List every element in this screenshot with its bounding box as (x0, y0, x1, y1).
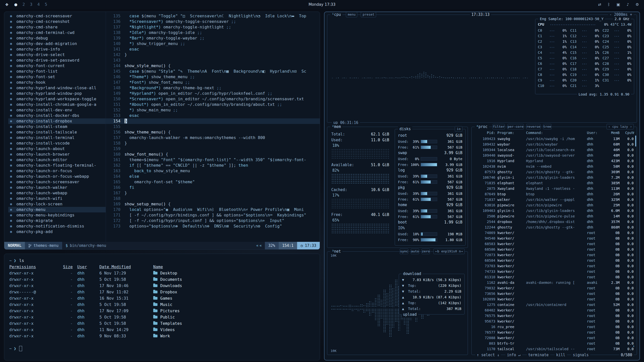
file-item[interactable]: ✱omarchy-font-current (8, 63, 106, 69)
file-item[interactable]: ✱omarchy-cmd-terminal-cwd (8, 30, 106, 35)
proc-row[interactable]: 73656kworker/root0B0.0 (475, 291, 634, 296)
code-line[interactable]: 157 omarchy-launch-walker -m menus:omarc… (106, 135, 320, 141)
proc-row[interactable]: 73703kworker/root0B0.0 (475, 263, 634, 269)
proc-row[interactable]: 2544dropbox/home/dhh/.dropbox-distdhh357… (475, 219, 634, 224)
settings-icon[interactable]: ⚙ (636, 2, 639, 7)
file-item[interactable]: ✱omarchy-launch-browser (8, 152, 106, 157)
code-line[interactable]: 147 *Font*) show_font_menu ;; (106, 80, 320, 85)
proc-row[interactable]: 106746glycin-i/usr/lib/glycin-loadersdhh… (475, 175, 634, 180)
proc-row[interactable]: 72073kworker/root0B0.0 (475, 252, 634, 258)
omarchy-logo-icon[interactable]: ❖ (5, 2, 9, 7)
code-line[interactable]: 142} (106, 52, 320, 58)
file-item[interactable]: ✱omarchy-cmd-screenshot (8, 19, 106, 24)
proc-row[interactable]: 81310kworker/root0B0.0 (475, 274, 634, 280)
proc-row[interactable]: 109423swaybg/usr/bin/swaybg -i /homdhh13… (475, 136, 634, 142)
code-line[interactable]: 154} (106, 118, 320, 124)
file-item[interactable]: ✱omarchy-launch-or-focus (8, 168, 106, 174)
file-item[interactable]: ✱omarchy-cmd-share (8, 24, 106, 30)
code-line[interactable]: 137 *Nightlight*) omarchy-toggle-nightli… (106, 24, 320, 30)
file-item[interactable]: ✱omarchy-drive-info (8, 47, 106, 52)
proc-row[interactable]: 102099kworker/root0B0.0 (475, 296, 634, 302)
legend-item-4[interactable]: kill (555, 352, 567, 357)
file-item[interactable]: ✱omarchy-drive-select (8, 52, 106, 58)
file-item[interactable]: ✱omarchy-dev-add-migration (8, 41, 106, 47)
code-line[interactable]: 145 case $(menu "Style" "✎ Theme\nA Font… (106, 69, 320, 74)
proc-tab-filter[interactable]: filter (493, 124, 505, 129)
file-item[interactable]: ✱omarchy-launch-about (8, 146, 106, 152)
file-item[interactable]: ✱omarchy-install-steam (8, 124, 106, 129)
file-item[interactable]: ✱omarchy-launch-or-focus-webapp (8, 174, 106, 179)
code-line[interactable]: 163 back_to show_style_menu (106, 168, 320, 174)
file-item[interactable]: ✱omarchy-install-tailscale (8, 129, 106, 135)
proc-column-header[interactable]: Command: (526, 130, 585, 135)
proc-row[interactable]: 68583kworker/root0B0.0 (475, 241, 634, 247)
workspace-1[interactable]: ● (14, 2, 17, 7)
legend-item-2[interactable]: info ↵ (505, 352, 522, 357)
proc-column-header[interactable]: MemB (605, 130, 620, 135)
proc-row[interactable]: 63816pipewire/usr/bin/pipewiredhh25M0.0 (475, 202, 634, 208)
code-line[interactable]: 139 *Bar*) omarchy-toggle-waybar ;; (106, 35, 320, 41)
proc-row[interactable]: 1162avahi-daavahi-daemon: running [avahi… (475, 280, 634, 285)
proc-row[interactable]: 1916HyprlandHyprlanddhh423M0.0 (475, 158, 634, 164)
proc-row[interactable]: 102438nvimnvim --embeddhh58M0.0 (475, 164, 634, 169)
code-line[interactable]: 170 local options="◉ Audio\n≋ Wifi\nᛒ Bl… (106, 207, 320, 212)
proc-row[interactable]: 12244ghostty/usr/bin/ghostty --gtk-dhh86… (475, 224, 634, 230)
proc-row[interactable]: 76575kworker/root0B0.0 (475, 313, 634, 319)
proc-row[interactable]: 16rcu_preeroot0B0.0 (475, 324, 634, 330)
file-item[interactable]: ✱omarchy-menu (8, 207, 106, 212)
proc-row[interactable]: 87649btopbtopdhh26M0.0 (475, 191, 634, 197)
code-line[interactable]: 161 theme=$(menu "Font" "$(omarchy-font-… (106, 157, 320, 163)
proc-sort-control[interactable]: ‹ cpu lazy › (607, 124, 634, 129)
code-line[interactable]: 160show_font_menu() { (106, 152, 320, 157)
code-line[interactable]: 158} (106, 141, 320, 146)
proc-row[interactable]: 74869kworker/root0B0.0 (475, 230, 634, 236)
proc-row[interactable]: 74733kworker/root0B0.0 (475, 269, 634, 274)
code-line[interactable]: 146 *Theme*) show_theme_menu ;; (106, 74, 320, 80)
file-item[interactable]: ✱omarchy-drive-set-password (8, 58, 106, 63)
code-line[interactable]: 166 fi (106, 185, 320, 190)
code-line[interactable]: 164 else (106, 174, 320, 179)
file-item[interactable]: ✱omarchy-notification-dismiss (8, 223, 106, 229)
code-line[interactable]: 165 omarchy-font-set "$theme" (106, 179, 320, 185)
code-line[interactable]: 171 [ -f ~/.config/hypr/bindings.conf ] … (106, 212, 320, 218)
code-line[interactable]: 150 *Screensaver*) open_in_editor ~/.con… (106, 96, 320, 102)
code-line[interactable]: 148 *Background*) omarchy-theme-bg-next … (106, 85, 320, 91)
file-item[interactable]: ✱omarchy-install-terminal (8, 135, 106, 141)
proc-column-header[interactable]: User: (587, 130, 602, 135)
code-line[interactable]: 155 (106, 124, 320, 129)
net-tab-sync[interactable]: sync (400, 249, 408, 254)
code-line[interactable]: 153 esac (106, 113, 320, 118)
workspace-5[interactable]: 5 (45, 2, 47, 7)
proc-row[interactable]: 109463glycin-i/usr/lib/glycin-loadersdhh… (475, 208, 634, 213)
file-item[interactable]: ✱omarchy-debug (8, 35, 106, 41)
code-line[interactable]: 167} (106, 190, 320, 196)
proc-row[interactable]: 68586kworker/root0B0.0 (475, 247, 634, 252)
file-item[interactable]: ✱omarchy-launch-editor (8, 157, 106, 163)
file-item[interactable]: ✱omarchy-install-dev-env (8, 107, 106, 113)
proc-row[interactable]: 68402kworker/root0B0.0 (475, 307, 634, 313)
proc-row[interactable]: 72088kworker/root0B0.0 (475, 335, 634, 341)
volume-icon[interactable]: ♪ (627, 2, 629, 7)
file-item[interactable]: ✱omarchy-launch-floating-terminal- (8, 163, 106, 168)
proc-tab-per-core[interactable]: per-core (507, 124, 524, 129)
proc-row[interactable]: 1170tailscal/usr/sbin/tailscaled --root7… (475, 346, 634, 352)
proc-row[interactable]: 95673kworker/root0B0.0 (475, 319, 634, 324)
terminal-cursor[interactable] (19, 346, 22, 351)
legend-item-3[interactable]: terminate (527, 352, 550, 357)
file-item[interactable]: ✱omarchy-font-set (8, 74, 106, 80)
proc-row[interactable]: 109344localsea/usr/lib/localsearch-exdhh… (475, 147, 634, 153)
code-line[interactable]: 168 (106, 196, 320, 201)
legend-item-5[interactable]: signals (571, 352, 590, 357)
proc-row[interactable]: 109432waybar/usr/bin/waybardhh68M0.0 (475, 142, 634, 147)
proc-column-header[interactable]: Program: (497, 130, 524, 135)
proc-row[interactable]: 76577kworker/root0B0.0 (475, 330, 634, 335)
preset-button[interactable]: preset (361, 12, 376, 17)
file-item[interactable]: ✱omarchy-lock-screen (8, 201, 106, 207)
net-tab-zero[interactable]: zero (422, 249, 430, 254)
file-item[interactable]: ✱omarchy-install-docker-dbs (8, 113, 106, 118)
display-icon[interactable]: ▣ (617, 2, 620, 7)
proc-tab-reverse[interactable]: reverse (526, 124, 541, 129)
code-line[interactable]: 138 *Idle*) omarchy-toggle-idle ;; (106, 30, 320, 35)
code-line[interactable]: 152 *) show_main_menu ;; (106, 107, 320, 113)
proc-row[interactable]: 109440swayosd-/usr/lib/swayosd-serverdhh… (475, 153, 634, 158)
